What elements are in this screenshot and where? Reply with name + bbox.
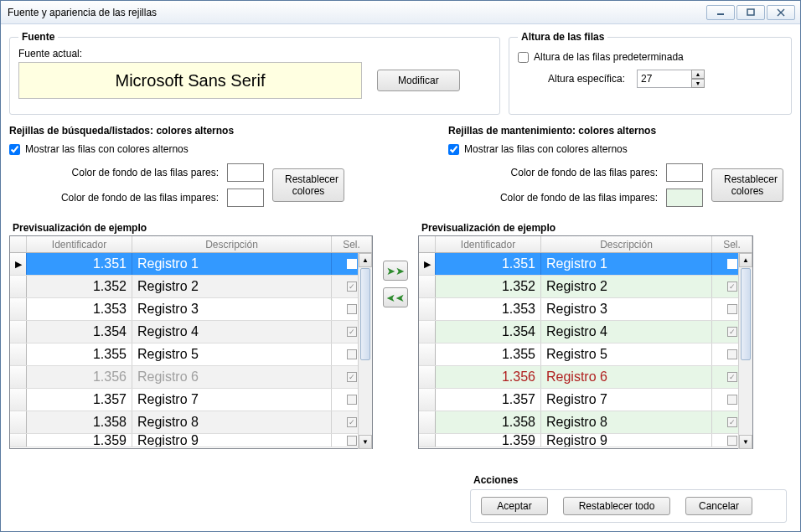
scroll-down-button[interactable]: ▼ [359,435,372,449]
cell-desc: Registro 6 [541,366,712,388]
scroll-thumb[interactable] [741,268,751,360]
maint-even-color-swatch[interactable] [666,163,703,182]
cell-desc: Registro 6 [132,366,332,388]
transfer-buttons: ➤➤ ➤➤ [373,222,418,449]
col-header-id[interactable]: Identificador [436,236,541,252]
row-checkbox[interactable] [727,304,737,314]
row-checkbox[interactable]: ✓ [727,372,737,382]
row-checkbox[interactable]: ✓ [727,281,737,292]
grid-body: ▶1.351Registro 11.352Registro 2✓1.353Reg… [419,253,752,449]
maint-restore-colors-button[interactable]: Restablecer colores [711,168,783,202]
font-preview: Microsoft Sans Serif [18,62,362,99]
font-group: Fuente Fuente actual: Microsoft Sans Ser… [9,31,500,115]
cell-id: 1.359 [436,434,541,447]
vertical-scrollbar[interactable]: ▲ ▼ [358,253,372,449]
table-row[interactable]: 1.353Registro 3 [419,298,752,321]
col-header-id[interactable]: Identificador [27,236,132,252]
maint-odd-label: Color de fondo de las filas impares: [448,185,666,210]
row-indicator [10,321,27,343]
maint-alt-checkbox[interactable] [448,144,459,155]
table-row[interactable]: 1.355Registro 5 [10,343,372,366]
row-height-group-title: Altura de las filas [518,31,607,43]
row-checkbox[interactable] [347,304,357,314]
row-checkbox[interactable] [347,259,357,269]
specific-height-input[interactable] [637,70,692,88]
row-checkbox[interactable] [347,395,357,405]
cell-desc: Registro 8 [132,411,332,433]
scroll-down-button[interactable]: ▼ [739,435,752,449]
table-row[interactable]: ▶1.351Registro 1 [419,253,752,276]
maint-odd-color-swatch[interactable] [666,189,703,207]
row-checkbox[interactable] [727,436,737,446]
spinner-up-button[interactable]: ▲ [691,70,705,79]
table-row[interactable]: 1.359Registro 9 [10,434,372,447]
scroll-thumb[interactable] [360,268,370,360]
vertical-scrollbar[interactable]: ▲ ▼ [738,253,752,449]
cell-desc: Registro 8 [541,411,712,433]
reset-all-button[interactable]: Restablecer todo [563,497,670,515]
table-row[interactable]: 1.354Registro 4✓ [10,321,372,343]
row-checkbox[interactable]: ✓ [347,417,357,427]
table-row[interactable]: 1.352Registro 2✓ [419,276,752,298]
search-even-color-swatch[interactable] [227,163,264,182]
table-row[interactable]: 1.356Registro 6✓ [419,366,752,389]
col-header-desc[interactable]: Descripción [541,236,712,252]
grid-header: Identificador Descripción Sel. [10,236,372,253]
maximize-button[interactable] [736,5,765,20]
row-indicator: ▶ [10,253,27,275]
dialog-content: Fuente Fuente actual: Microsoft Sans Ser… [1,24,800,531]
scroll-up-button[interactable]: ▲ [739,253,752,267]
search-odd-color-swatch[interactable] [227,189,264,207]
svg-rect-1 [747,9,754,15]
row-checkbox[interactable] [727,349,737,359]
table-row[interactable]: 1.352Registro 2✓ [10,276,372,298]
minimize-button[interactable] [706,5,735,20]
table-row[interactable]: 1.353Registro 3 [10,298,372,321]
row-indicator [10,298,27,320]
table-row[interactable]: 1.356Registro 6✓ [10,366,372,389]
table-row[interactable]: 1.354Registro 4✓ [419,321,752,343]
spinner-down-button[interactable]: ▼ [691,79,705,88]
table-row[interactable]: 1.355Registro 5 [419,343,752,366]
grid-body: ▶1.351Registro 11.352Registro 2✓1.353Reg… [10,253,372,449]
cell-id: 1.359 [27,434,132,447]
cell-id: 1.352 [27,276,132,297]
row-checkbox[interactable]: ✓ [347,372,357,382]
table-row[interactable]: 1.358Registro 8✓ [10,411,372,434]
close-button[interactable] [767,5,795,20]
search-preview-grid: Identificador Descripción Sel. ▶1.351Reg… [9,235,373,449]
modify-font-button[interactable]: Modificar [377,70,460,91]
search-restore-colors-button[interactable]: Restablecer colores [272,168,344,202]
row-checkbox[interactable]: ✓ [727,327,737,337]
font-group-title: Fuente [18,31,58,43]
row-checkbox[interactable]: ✓ [727,417,737,427]
copy-left-button[interactable]: ➤➤ [383,287,408,307]
cell-id: 1.358 [27,411,132,433]
table-row[interactable]: 1.357Registro 7 [10,389,372,411]
table-row[interactable]: ▶1.351Registro 1 [10,253,372,276]
copy-right-button[interactable]: ➤➤ [383,261,408,281]
cell-id: 1.351 [436,253,541,275]
row-checkbox[interactable] [727,395,737,405]
search-alt-checkbox[interactable] [9,144,20,155]
row-checkbox[interactable] [347,349,357,359]
search-grids-colors: Mostrar las filas con colores alternos C… [9,140,403,210]
default-row-height-checkbox[interactable] [518,52,529,63]
row-header-col [10,236,27,252]
row-header-col [419,236,436,252]
col-header-sel[interactable]: Sel. [712,236,752,252]
col-header-sel[interactable]: Sel. [332,236,372,252]
row-checkbox[interactable] [727,259,737,269]
row-indicator [10,276,27,297]
table-row[interactable]: 1.357Registro 7 [419,389,752,411]
row-checkbox[interactable] [347,436,357,446]
row-checkbox[interactable]: ✓ [347,281,357,292]
col-header-desc[interactable]: Descripción [132,236,332,252]
cell-desc: Registro 3 [132,298,332,320]
row-checkbox[interactable]: ✓ [347,327,357,337]
cancel-button[interactable]: Cancelar [685,497,752,515]
table-row[interactable]: 1.359Registro 9 [419,434,752,447]
table-row[interactable]: 1.358Registro 8✓ [419,411,752,434]
accept-button[interactable]: Aceptar [481,497,548,515]
scroll-up-button[interactable]: ▲ [359,253,372,267]
